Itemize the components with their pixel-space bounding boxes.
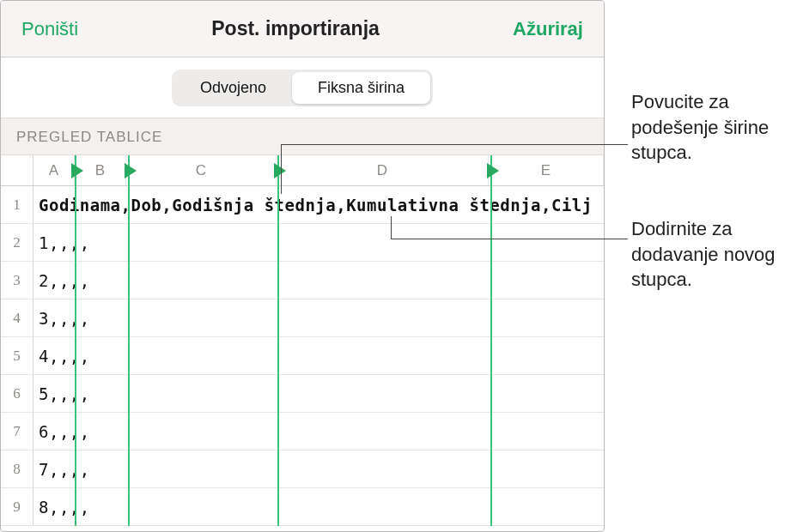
panel-header: Poništi Post. importiranja Ažuriraj [1, 1, 604, 57]
column-header-row: ABCDE [1, 155, 604, 186]
row-content: 3,,,, [33, 299, 604, 336]
table-row: 43,,,, [1, 299, 604, 337]
column-header[interactable]: D [277, 155, 489, 185]
rownum-gutter [1, 155, 33, 185]
table-row: 54,,,, [1, 337, 604, 375]
row-number: 7 [1, 413, 33, 450]
callout-drag-line-h [281, 144, 628, 145]
table-row: 21,,,, [1, 224, 604, 262]
column-splitter[interactable] [75, 155, 76, 526]
column-splitter[interactable] [128, 155, 130, 526]
callout-tap-line-v [391, 216, 392, 239]
row-content: 6,,,, [33, 413, 604, 450]
column-header[interactable]: E [489, 155, 604, 185]
column-header[interactable]: C [126, 155, 277, 185]
row-number: 4 [1, 299, 33, 336]
row-number: 6 [1, 375, 33, 412]
row-content: 5,,,, [33, 375, 604, 412]
import-settings-panel: Poništi Post. importiranja Ažuriraj Odvo… [0, 0, 605, 532]
splitter-handle-icon[interactable] [125, 163, 137, 178]
row-content: Godinama,Dob,Godišnja štednja,Kumulativn… [33, 186, 604, 223]
cancel-button[interactable]: Poništi [21, 18, 78, 40]
row-content: 7,,,, [33, 450, 604, 487]
segmented-control-wrap: Odvojeno Fiksna širina [1, 57, 604, 118]
row-number: 3 [1, 262, 33, 299]
table-row: 87,,,, [1, 450, 604, 488]
table-row: 76,,,, [1, 413, 604, 450]
row-number: 5 [1, 337, 33, 374]
callout-tap-line-h [391, 239, 628, 239]
splitter-handle-icon[interactable] [71, 163, 83, 178]
column-header[interactable]: A [33, 155, 75, 185]
preview-rows: 1Godinama,Dob,Godišnja štednja,Kumulativ… [1, 186, 604, 526]
table-preview-label: PREGLED TABLICE [1, 118, 604, 155]
panel-title: Post. importiranja [211, 17, 380, 40]
splitter-handle-icon[interactable] [274, 163, 286, 178]
callout-tap: Dodirnite za dodavanje novog stupca. [631, 216, 794, 293]
column-splitter[interactable] [277, 155, 279, 526]
column-splitter[interactable] [490, 155, 492, 526]
table-row: 98,,,, [1, 488, 604, 526]
row-content: 4,,,, [33, 337, 604, 374]
callout-drag-line-v [281, 144, 282, 194]
segment-fixed-width[interactable]: Fiksna širina [292, 72, 430, 104]
segmented-control: Odvojeno Fiksna širina [172, 70, 433, 106]
row-content: 2,,,, [33, 262, 604, 299]
row-content: 8,,,, [33, 488, 604, 525]
callout-drag: Povucite za podešenje širine stupca. [631, 89, 794, 166]
table-row: 1Godinama,Dob,Godišnja štednja,Kumulativ… [1, 186, 604, 224]
table-preview: ABCDE 1Godinama,Dob,Godišnja štednja,Kum… [1, 155, 604, 526]
table-row: 65,,,, [1, 375, 604, 413]
row-number: 8 [1, 450, 33, 487]
segment-delimited[interactable]: Odvojeno [174, 72, 292, 104]
table-row: 32,,,, [1, 262, 604, 299]
row-content: 1,,,, [33, 224, 604, 261]
row-number: 2 [1, 224, 33, 261]
row-number: 9 [1, 488, 33, 525]
row-number: 1 [1, 186, 33, 223]
splitter-handle-icon[interactable] [487, 163, 499, 178]
update-button[interactable]: Ažuriraj [513, 18, 583, 40]
